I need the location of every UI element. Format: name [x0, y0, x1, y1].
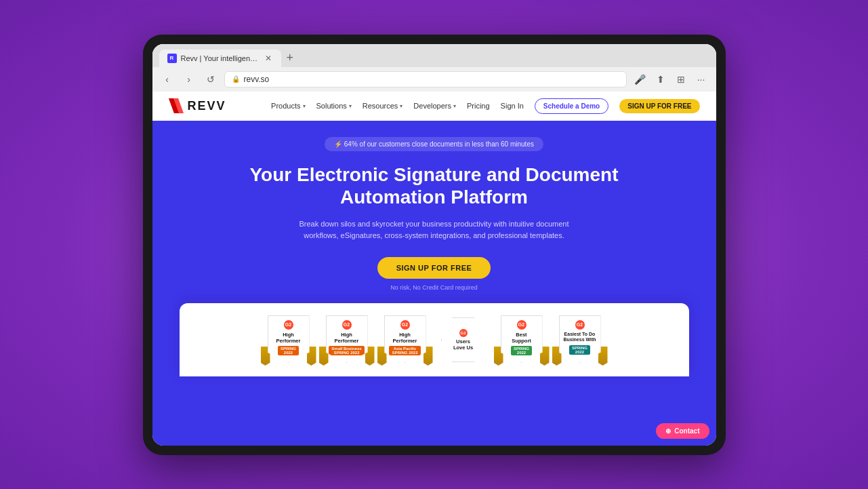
signup-nav-button[interactable]: SIGN UP FOR FREE: [619, 99, 699, 113]
website-content: REVV Products ▾ Solutions ▾ Resources: [152, 92, 716, 446]
tablet-screen: R Revv | Your intelligent b... ✕ + ‹ › ↺…: [152, 44, 716, 446]
g2-logo-4: G2: [459, 329, 468, 337]
award-text-2: HighPerformer: [335, 332, 359, 344]
tabs-overview-button[interactable]: ⊞: [673, 71, 689, 87]
schedule-demo-button[interactable]: Schedule a Demo: [535, 98, 608, 114]
toolbar-actions: 🎤 ⬆ ⊞ ···: [632, 71, 709, 87]
contact-icon: ⊕: [665, 427, 671, 435]
site-navbar: REVV Products ▾ Solutions ▾ Resources: [152, 92, 716, 121]
chevron-down-icon: ▾: [400, 103, 402, 109]
hero-badge: ⚡ 64% of our customers close documents i…: [325, 137, 543, 151]
tab-title: Revv | Your intelligent b...: [181, 54, 260, 62]
award-tag-3: Asia PacificSPRING 2022: [389, 346, 420, 355]
refresh-button[interactable]: ↺: [203, 71, 219, 87]
more-options-button[interactable]: ···: [693, 71, 709, 87]
award-text-4: UsersLove Us: [453, 338, 473, 351]
hero-title: Your Electronic Signature and Document A…: [231, 163, 638, 209]
signup-hero-button[interactable]: SIGN UP FOR FREE: [377, 257, 491, 279]
chevron-down-icon: ▾: [349, 103, 352, 109]
site-nav-links: Products ▾ Solutions ▾ Resources ▾ Dev: [271, 98, 699, 114]
tab-favicon: R: [167, 54, 177, 63]
browser-tabs: R Revv | Your intelligent b... ✕ +: [152, 44, 716, 67]
award-text-1: HighPerformer: [276, 332, 301, 344]
award-badge-6: G2 Easiest To DoBusiness With SPRING2022: [556, 315, 604, 364]
nav-pricing[interactable]: Pricing: [467, 102, 490, 110]
hero-subtitle: Break down silos and skyrocket your busi…: [292, 218, 577, 242]
logo-text: REVV: [188, 99, 226, 113]
award-tag-5: SPRING2022: [511, 346, 532, 355]
awards-section: G2 HighPerformer SPRING2022: [180, 303, 689, 376]
tab-close-button[interactable]: ✕: [264, 54, 273, 63]
back-button[interactable]: ‹: [159, 71, 175, 87]
browser-chrome: R Revv | Your intelligent b... ✕ + ‹ › ↺…: [152, 44, 716, 92]
microphone-button[interactable]: 🎤: [632, 71, 648, 87]
site-logo: REVV: [169, 98, 226, 113]
address-bar[interactable]: 🔒 revv.so: [224, 71, 627, 87]
active-tab[interactable]: R Revv | Your intelligent b... ✕: [159, 50, 281, 67]
chevron-down-icon: ▾: [453, 103, 456, 109]
nav-products[interactable]: Products ▾: [271, 102, 305, 110]
nav-signin[interactable]: Sign In: [501, 102, 524, 110]
g2-logo-1: G2: [284, 320, 293, 330]
share-button[interactable]: ⬆: [653, 71, 669, 87]
logo-icon: [169, 98, 184, 113]
award-badge-5: G2 BestSupport SPRING2022: [498, 315, 545, 364]
award-tag-1: SPRING2022: [278, 346, 299, 355]
lock-icon: 🔒: [232, 75, 240, 83]
g2-logo-6: G2: [575, 320, 585, 330]
hero-section: ⚡ 64% of our customers close documents i…: [152, 121, 716, 446]
new-tab-button[interactable]: +: [284, 51, 297, 65]
award-text-6: Easiest To DoBusiness With: [563, 332, 596, 343]
award-text-5: BestSupport: [512, 332, 531, 344]
chevron-down-icon: ▾: [303, 103, 306, 109]
tablet-frame: R Revv | Your intelligent b... ✕ + ‹ › ↺…: [143, 35, 726, 455]
contact-button[interactable]: ⊕ Contact: [656, 423, 709, 439]
award-badge-1: G2 HighPerformer SPRING2022: [265, 315, 312, 364]
award-tag-2: Small BusinessSPRING 2022: [329, 346, 364, 355]
nav-solutions[interactable]: Solutions ▾: [316, 102, 352, 110]
badge-text: ⚡ 64% of our customers close documents i…: [334, 140, 534, 148]
browser-toolbar: ‹ › ↺ 🔒 revv.so 🎤 ⬆ ⊞ ···: [152, 67, 716, 92]
website-wrapper: REVV Products ▾ Solutions ▾ Resources: [152, 92, 716, 446]
g2-logo-3: G2: [400, 320, 410, 330]
hero-disclaimer: No risk, No Credit Card required: [390, 284, 478, 291]
forward-button[interactable]: ›: [181, 71, 197, 87]
g2-logo-5: G2: [517, 320, 526, 330]
contact-label: Contact: [674, 427, 699, 435]
award-text-3: HighPerformer: [393, 332, 417, 344]
url-text: revv.so: [244, 75, 270, 84]
award-badge-3: G2 HighPerformer Asia PacificSPRING 2022: [381, 315, 429, 364]
award-badge-4: G2 UsersLove Us: [440, 317, 487, 362]
award-badge-2: G2 HighPerformer Small BusinessSPRING 20…: [323, 315, 371, 364]
nav-developers[interactable]: Developers ▾: [413, 102, 456, 110]
award-tag-6: SPRING2022: [569, 345, 590, 355]
g2-logo-2: G2: [342, 320, 352, 330]
nav-resources[interactable]: Resources ▾: [363, 102, 403, 110]
